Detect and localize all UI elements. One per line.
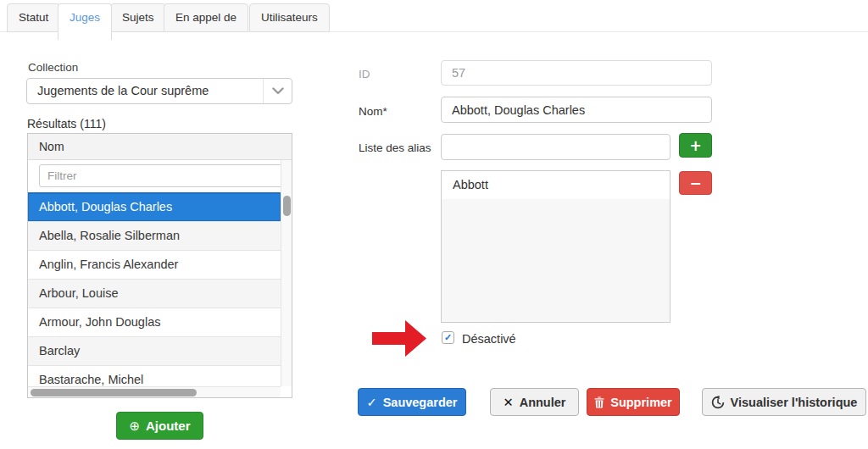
id-field <box>441 60 712 86</box>
list-item[interactable]: Arbour, Louise <box>28 279 281 308</box>
disabled-checkbox-label: Désactivé <box>462 332 516 346</box>
chevron-down-icon <box>263 79 292 103</box>
collection-select[interactable]: Jugements de la Cour suprême <box>26 78 292 104</box>
judges-admin-page: Statut Juges Sujets En appel de Utilisat… <box>0 0 868 449</box>
cancel-button-label: Annuler <box>520 396 566 409</box>
list-item[interactable]: Abbott, Douglas Charles <box>28 192 281 221</box>
judges-list: Nom Abbott, Douglas Charles Abella, Rosa… <box>27 133 292 398</box>
list-body: Abbott, Douglas Charles Abella, Rosalie … <box>28 160 281 386</box>
list-item[interactable]: Anglin, Francis Alexander <box>28 250 281 279</box>
tab-sujets[interactable]: Sujets <box>110 3 166 32</box>
tab-utilisateurs[interactable]: Utilisateurs <box>249 3 330 32</box>
trash-icon <box>594 396 604 408</box>
save-button-label: Sauvegarder <box>383 396 458 409</box>
add-button[interactable]: ⊕ Ajouter <box>116 412 203 440</box>
alias-listbox: Abbott <box>441 170 670 323</box>
id-label: ID <box>359 68 370 80</box>
alias-input[interactable] <box>441 134 670 160</box>
vertical-scrollbar-track <box>281 160 292 386</box>
cancel-button[interactable]: ✕ Annuler <box>490 388 579 416</box>
tab-en-appel-de[interactable]: En appel de <box>164 3 248 32</box>
name-label: Nom* <box>359 105 387 118</box>
alias-list-item[interactable]: Abbott <box>442 171 670 199</box>
collection-label: Collection <box>28 61 78 74</box>
name-field[interactable] <box>441 97 712 123</box>
add-button-label: Ajouter <box>146 419 191 433</box>
tab-juges[interactable]: Juges <box>58 3 112 40</box>
alias-label: Liste des alias <box>359 141 431 154</box>
filter-row <box>28 160 281 192</box>
list-item[interactable]: Bastarache, Michel <box>28 365 281 386</box>
tab-statut[interactable]: Statut <box>7 3 60 32</box>
vertical-scrollbar-thumb[interactable] <box>283 196 291 216</box>
horizontal-scrollbar-track <box>28 386 281 397</box>
collection-selected-value: Jugements de la Cour suprême <box>37 79 209 103</box>
add-alias-button[interactable]: + <box>679 133 712 158</box>
checkmark-icon: ✓ <box>444 332 452 342</box>
plus-icon: + <box>689 137 701 154</box>
list-item[interactable]: Abella, Rosalie Silberman <box>28 221 281 250</box>
plus-circle-icon: ⊕ <box>129 419 140 434</box>
tab-bar: Statut Juges Sujets En appel de Utilisat… <box>0 0 868 41</box>
history-button-label: Visualiser l'historique <box>731 396 858 409</box>
history-button[interactable]: Visualiser l'historique <box>702 388 866 416</box>
list-column-header: Nom <box>28 134 292 160</box>
list-item[interactable]: Armour, John Douglas <box>28 308 281 336</box>
filter-input[interactable] <box>39 164 281 187</box>
save-button[interactable]: ✓ Sauvegarder <box>358 388 466 416</box>
disabled-checkbox[interactable]: ✓ <box>442 331 454 344</box>
results-count-label: Résultats (111) <box>27 117 106 130</box>
delete-button[interactable]: Supprimer <box>587 388 680 416</box>
list-item[interactable]: Barclay <box>28 336 281 365</box>
red-arrow-annotation <box>372 320 426 357</box>
minus-icon: − <box>689 175 701 191</box>
cross-icon: ✕ <box>504 396 514 409</box>
remove-alias-button[interactable]: − <box>679 171 712 195</box>
check-icon: ✓ <box>366 396 376 409</box>
delete-button-label: Supprimer <box>610 396 672 409</box>
horizontal-scrollbar-thumb[interactable] <box>31 389 197 396</box>
history-clock-icon <box>711 396 725 409</box>
